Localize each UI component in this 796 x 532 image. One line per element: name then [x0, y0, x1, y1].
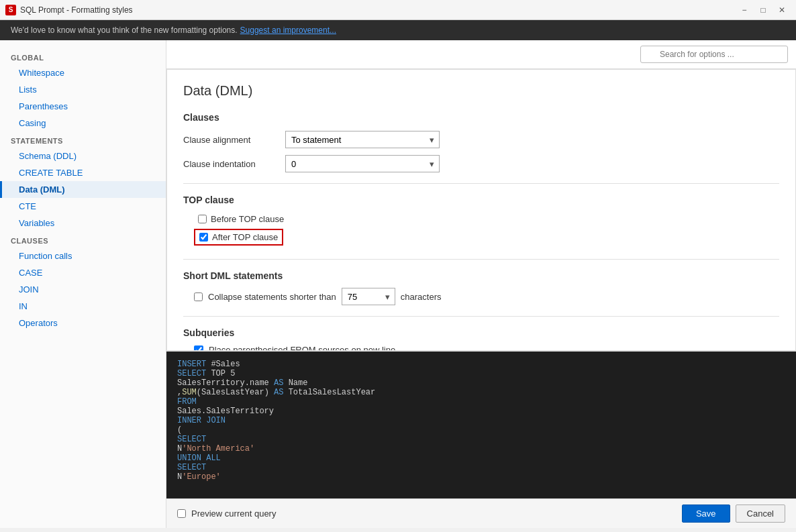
- window-controls: − □ ✕: [736, 3, 791, 17]
- suggest-link[interactable]: Suggest an improvement...: [240, 25, 336, 35]
- preview-query-label: Preview current query: [191, 509, 276, 519]
- bottom-bar: Preview current query Save Cancel: [166, 498, 796, 528]
- title-bar-left: S SQL Prompt - Formatting styles: [5, 5, 133, 15]
- clauses-section-title: Clauses: [183, 112, 779, 123]
- close-button[interactable]: ✕: [773, 3, 791, 17]
- clause-indentation-label: Clause indentation: [183, 159, 277, 169]
- minimize-button[interactable]: −: [736, 3, 753, 17]
- collapse-value-select[interactable]: 75 50 100: [342, 288, 395, 305]
- sidebar: GLOBAL Whitespace Lists Parentheses Casi…: [0, 40, 166, 528]
- top-clause-section-title: TOP clause: [183, 195, 779, 205]
- sidebar-item-schema-ddl[interactable]: Schema (DDL): [0, 148, 166, 164]
- sidebar-item-case[interactable]: CASE: [0, 264, 166, 281]
- collapse-value-select-wrapper[interactable]: 75 50 100: [342, 288, 395, 305]
- clause-indentation-select-wrapper[interactable]: 0 1 2 4: [285, 155, 440, 172]
- search-area: 🔍: [166, 40, 796, 69]
- after-top-clause-checkbox[interactable]: [199, 233, 208, 242]
- clause-alignment-select-wrapper[interactable]: To statement To body None: [285, 131, 440, 148]
- sidebar-item-casing[interactable]: Casing: [0, 115, 166, 131]
- window-title: SQL Prompt - Formatting styles: [20, 5, 133, 15]
- clause-alignment-row: Clause alignment To statement To body No…: [183, 131, 779, 148]
- bottom-left: Preview current query: [177, 509, 276, 519]
- sidebar-item-create-table[interactable]: CREATE TABLE: [0, 164, 166, 181]
- subqueries-section-title: Subqueries: [183, 327, 779, 338]
- content-scroll[interactable]: Data (DML) Clauses Clause alignment To s…: [166, 69, 796, 351]
- place-parenthesis-label: Place parenthesised FROM sources on new …: [209, 345, 395, 351]
- search-container: 🔍: [640, 46, 788, 63]
- sidebar-clauses-header: CLAUSES: [0, 231, 166, 248]
- sidebar-item-in[interactable]: IN: [0, 298, 166, 315]
- before-top-clause-row: Before TOP clause: [194, 212, 779, 226]
- code-preview-area: INSERT #Sales SELECT TOP 5 SalesTerritor…: [166, 351, 796, 498]
- sidebar-item-parentheses[interactable]: Parentheses: [0, 98, 166, 115]
- cancel-button[interactable]: Cancel: [736, 504, 785, 523]
- sidebar-item-operators[interactable]: Operators: [0, 315, 166, 331]
- title-bar: S SQL Prompt - Formatting styles − □ ✕: [0, 0, 796, 20]
- clause-alignment-select[interactable]: To statement To body None: [285, 131, 440, 148]
- short-dml-section-title: Short DML statements: [183, 270, 779, 281]
- page-title: Data (DML): [183, 83, 779, 99]
- app-icon: S: [5, 5, 16, 15]
- divider-2: [183, 259, 779, 260]
- collapse-label: Collapse statements shorter than: [208, 292, 336, 302]
- sidebar-item-data-dml[interactable]: Data (DML): [0, 181, 166, 198]
- after-top-clause-label: After TOP clause: [212, 232, 278, 242]
- sidebar-item-join[interactable]: JOIN: [0, 281, 166, 298]
- divider-1: [183, 183, 779, 184]
- info-message: We'd love to know what you think of the …: [11, 25, 238, 35]
- before-top-clause-label: Before TOP clause: [211, 214, 284, 224]
- sidebar-item-lists[interactable]: Lists: [0, 81, 166, 98]
- save-button[interactable]: Save: [682, 504, 730, 523]
- sidebar-item-function-calls[interactable]: Function calls: [0, 248, 166, 264]
- content-wrapper: 🔍 Data (DML) Clauses Clause alignment To…: [166, 40, 796, 528]
- clause-indentation-row: Clause indentation 0 1 2 4: [183, 155, 779, 172]
- divider-3: [183, 316, 779, 317]
- place-parenthesis-row: Place parenthesised FROM sources on new …: [183, 345, 779, 351]
- clause-alignment-label: Clause alignment: [183, 135, 277, 145]
- collapse-checkbox[interactable]: [194, 292, 203, 301]
- info-bar: We'd love to know what you think of the …: [0, 20, 796, 40]
- sidebar-item-variables[interactable]: Variables: [0, 215, 166, 231]
- clause-indentation-select[interactable]: 0 1 2 4: [285, 155, 440, 172]
- sidebar-item-cte[interactable]: CTE: [0, 198, 166, 215]
- preview-query-checkbox[interactable]: [177, 509, 186, 518]
- sidebar-statements-header: STATEMENTS: [0, 131, 166, 148]
- characters-label: characters: [401, 292, 442, 302]
- short-dml-row: Collapse statements shorter than 75 50 1…: [183, 288, 779, 305]
- before-top-clause-checkbox[interactable]: [198, 215, 207, 223]
- search-input[interactable]: [640, 46, 788, 63]
- after-top-clause-row: After TOP clause: [194, 229, 283, 246]
- maximize-button[interactable]: □: [754, 3, 772, 17]
- sidebar-item-whitespace[interactable]: Whitespace: [0, 64, 166, 81]
- sidebar-global-header: GLOBAL: [0, 48, 166, 64]
- bottom-right: Save Cancel: [682, 504, 785, 523]
- place-parenthesis-checkbox[interactable]: [194, 345, 203, 352]
- main-container: GLOBAL Whitespace Lists Parentheses Casi…: [0, 40, 796, 528]
